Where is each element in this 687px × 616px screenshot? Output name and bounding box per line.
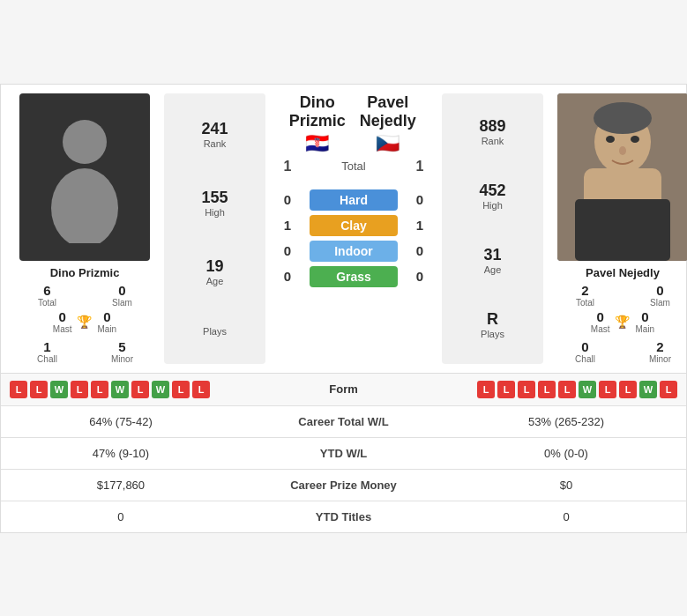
middle-section: Dino Prizmic 🇭🇷 Pavel Nejedly 🇨🇿 1 Total… bbox=[270, 93, 437, 364]
player2-mast: 0 Mast bbox=[591, 309, 610, 334]
player2-slam: 0 Slam bbox=[627, 283, 687, 308]
player2-plays-item: R Plays bbox=[481, 307, 504, 343]
form-badge: L bbox=[172, 381, 190, 398]
player2-header: Pavel Nejedly 🇨🇿 bbox=[352, 93, 425, 155]
form-badge: L bbox=[71, 381, 88, 398]
form-label: Form bbox=[329, 382, 358, 396]
player2-name: Pavel Nejedly bbox=[586, 266, 660, 279]
trophy2-icon: 🏆 bbox=[615, 315, 630, 329]
form-badge: L bbox=[660, 381, 677, 398]
svg-point-6 bbox=[606, 136, 615, 143]
svg-point-5 bbox=[594, 102, 652, 134]
stat-center: Career Prize Money bbox=[241, 469, 446, 501]
player2-minor: 2 Minor bbox=[627, 339, 687, 364]
form-badge: W bbox=[111, 381, 129, 398]
player2-stats-box: 889 Rank 452 High 31 Age R Plays bbox=[442, 93, 543, 364]
indoor-label: Indoor bbox=[310, 241, 398, 262]
player1-minor: 5 Minor bbox=[89, 339, 155, 364]
form-badge: L bbox=[192, 381, 210, 398]
svg-point-1 bbox=[51, 168, 118, 243]
stat-right: 53% (265-232) bbox=[446, 405, 686, 437]
form-badge: L bbox=[477, 381, 495, 398]
form-badge: L bbox=[497, 381, 515, 398]
stat-left: 47% (9-10) bbox=[1, 437, 241, 469]
stat-right: 0% (0-0) bbox=[446, 437, 686, 469]
svg-point-0 bbox=[63, 120, 107, 164]
player1-header: Dino Prizmic 🇭🇷 bbox=[283, 93, 352, 155]
player1-trophy-row: 0 Mast 🏆 0 Main bbox=[10, 309, 160, 334]
total-row: 1 Total 1 bbox=[274, 159, 433, 174]
player1-name: Dino Prizmic bbox=[50, 266, 120, 279]
indoor-row: 0 Indoor 0 bbox=[274, 241, 433, 262]
svg-point-7 bbox=[631, 136, 639, 143]
form-badge: L bbox=[131, 381, 149, 398]
stat-right: 0 bbox=[446, 501, 686, 532]
player2-photo bbox=[557, 93, 687, 261]
form-badge: L bbox=[10, 381, 27, 398]
player1-photo bbox=[19, 93, 150, 261]
stat-right: $0 bbox=[446, 469, 686, 501]
stats-table: 64% (75-42) Career Total W/L 53% (265-23… bbox=[1, 405, 686, 532]
stat-left: $177,860 bbox=[1, 469, 241, 501]
player1-card: Dino Prizmic 6 Total 0 Slam 0 Mast 🏆 bbox=[10, 93, 160, 364]
player2-trophy-row: 0 Mast 🏆 0 Main bbox=[548, 309, 687, 334]
form-badge: W bbox=[152, 381, 169, 398]
player1-stats-box: 241 Rank 155 High 19 Age Plays bbox=[164, 93, 265, 364]
hard-row: 0 Hard 0 bbox=[274, 189, 433, 211]
form-badge: L bbox=[599, 381, 616, 398]
player2-card: Pavel Nejedly 2 Total 0 Slam 0 Mast 🏆 bbox=[548, 93, 687, 364]
player2-chall: 0 Chall bbox=[552, 339, 618, 364]
player1-rank-item: 241 Rank bbox=[201, 116, 228, 152]
player1-total: 6 Total bbox=[14, 283, 80, 308]
player1-high-item: 155 High bbox=[201, 185, 228, 221]
form-badge: L bbox=[558, 381, 576, 398]
player2-high-item: 452 High bbox=[479, 178, 505, 214]
clay-row: 1 Clay 1 bbox=[274, 215, 433, 236]
svg-rect-9 bbox=[575, 199, 670, 261]
form-section: LLWLLWLWLL Form LLLLLWLLWL bbox=[1, 373, 686, 405]
player1-chall: 1 Chall bbox=[14, 339, 80, 364]
grass-label: Grass bbox=[310, 266, 398, 287]
grass-row: 0 Grass 0 bbox=[274, 266, 433, 287]
form-badge: L bbox=[619, 381, 637, 398]
player1-age-item: 19 Age bbox=[205, 254, 223, 290]
player1-mast: 0 Mast bbox=[53, 309, 72, 334]
form-badge: L bbox=[518, 381, 535, 398]
form-badge: L bbox=[91, 381, 108, 398]
player1-form-badges: LLWLLWLWLL bbox=[10, 381, 210, 398]
hard-label: Hard bbox=[310, 189, 398, 211]
form-badge: L bbox=[538, 381, 556, 398]
player1-slam: 0 Slam bbox=[89, 283, 155, 308]
player2-total: 2 Total bbox=[552, 283, 618, 308]
stat-left: 64% (75-42) bbox=[1, 405, 241, 437]
stats-row: 64% (75-42) Career Total W/L 53% (265-23… bbox=[1, 405, 686, 437]
clay-label: Clay bbox=[310, 215, 398, 236]
stats-row: 0 YTD Titles 0 bbox=[1, 501, 686, 532]
stats-row: $177,860 Career Prize Money $0 bbox=[1, 469, 686, 501]
svg-point-8 bbox=[619, 146, 626, 155]
match-rows: 0 Hard 0 1 Clay 1 0 Indoor 0 0 Grass bbox=[274, 185, 433, 292]
stat-center: YTD W/L bbox=[241, 437, 446, 469]
stat-center: YTD Titles bbox=[241, 501, 446, 532]
player1-plays-item: Plays bbox=[203, 323, 227, 340]
player2-rank-item: 889 Rank bbox=[479, 114, 505, 150]
form-badge: W bbox=[579, 381, 596, 398]
player1-main: 0 Main bbox=[97, 309, 116, 334]
player2-main: 0 Main bbox=[635, 309, 654, 334]
form-badge: W bbox=[50, 381, 68, 398]
stat-left: 0 bbox=[1, 501, 241, 532]
stat-center: Career Total W/L bbox=[241, 405, 446, 437]
form-badge: L bbox=[30, 381, 48, 398]
stats-row: 47% (9-10) YTD W/L 0% (0-0) bbox=[1, 437, 686, 469]
form-badge: W bbox=[639, 381, 657, 398]
player2-form-badges: LLLLLWLLWL bbox=[477, 381, 677, 398]
player2-age-item: 31 Age bbox=[483, 242, 501, 278]
trophy-icon: 🏆 bbox=[77, 315, 92, 329]
